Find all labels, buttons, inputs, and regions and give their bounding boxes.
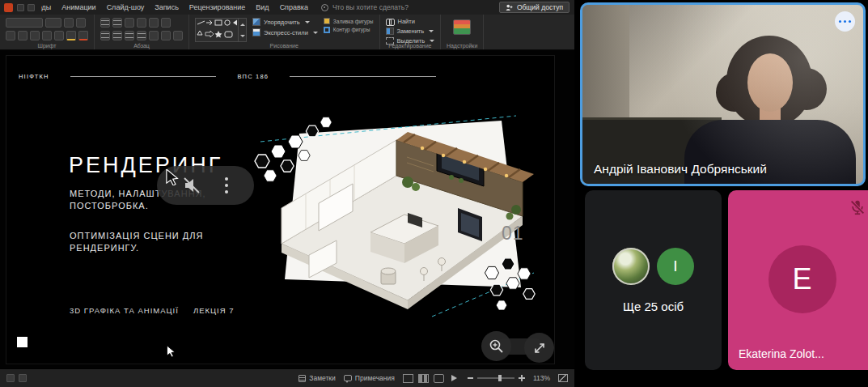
zoom-in-button[interactable] — [519, 375, 525, 381]
slide-canvas[interactable]: НІІФТКН ВПС 186 РЕНДЕРИНГ МЕТОДИ, НАЛАШТ… — [6, 55, 555, 364]
participant-tile[interactable]: E Ekaterina Zolot... — [728, 190, 868, 370]
kebab-dot — [839, 20, 842, 23]
render-illustration — [249, 113, 540, 323]
footer-course: 3D ГРАФІКА ТА АНІМАЦІЇ — [70, 306, 179, 315]
bullets-icon[interactable] — [100, 18, 110, 28]
spellcheck-status-icon — [19, 374, 27, 382]
ribbon-group-font: Шрифт — [0, 15, 95, 49]
overflow-avatars: I — [612, 248, 694, 285]
magnifier-plus-icon — [489, 338, 505, 355]
indent-increase-icon[interactable] — [137, 18, 146, 28]
chevron-down-icon — [430, 40, 434, 42]
tab-view[interactable]: Вид — [256, 3, 269, 11]
header-rule — [70, 76, 217, 77]
zoom-out-button[interactable] — [468, 377, 473, 379]
highlight-color-icon[interactable] — [66, 31, 76, 40]
expand-overlay-button[interactable] — [524, 333, 554, 363]
align-right-icon[interactable] — [125, 31, 134, 40]
font-name-box[interactable] — [6, 18, 43, 28]
kebab-vertical-icon[interactable] — [224, 176, 229, 194]
reading-view-button[interactable] — [434, 374, 444, 383]
titlebar: Переходы Анимации Слайд-шоу Запись Рецен… — [0, 0, 574, 15]
columns-icon[interactable] — [149, 31, 159, 40]
replace-icon — [386, 28, 394, 35]
zoom-level[interactable]: 113% — [533, 374, 550, 382]
shape-outline-button[interactable]: Контур фигуры — [324, 27, 374, 33]
bold-icon[interactable] — [6, 31, 15, 40]
tab-review[interactable]: Рецензирование — [189, 3, 246, 11]
ribbon-group-paragraph: Абзац — [95, 15, 189, 49]
shrink-font-icon[interactable] — [76, 18, 86, 28]
italic-icon[interactable] — [18, 31, 28, 40]
webcam-background — [582, 5, 629, 184]
quick-styles-button[interactable]: Экспресс-стили — [252, 28, 318, 36]
notes-icon — [299, 375, 306, 382]
ribbon-tabs: Переходы Анимации Слайд-шоу Запись Рецен… — [41, 3, 308, 11]
zoom-slider[interactable] — [477, 377, 514, 379]
gallery-scroll-down-icon[interactable] — [240, 35, 245, 37]
font-size-box[interactable] — [45, 18, 61, 28]
addins-button[interactable] — [453, 19, 471, 35]
shape-fill-button[interactable]: Заливка фигуры — [324, 18, 374, 24]
share-label: Общий доступ — [517, 3, 563, 11]
expand-icon — [531, 340, 548, 356]
undo-icon[interactable] — [28, 4, 35, 11]
arrange-button[interactable]: Упорядочить — [252, 18, 318, 26]
overflow-count-label: Ще 25 осіб — [623, 300, 684, 313]
speaker-muted-icon — [182, 176, 201, 195]
tell-me-search[interactable]: Что вы хотите сделать? — [321, 3, 409, 11]
shapes-gallery[interactable] — [195, 18, 247, 42]
ribbon-group-addins: Надстройки — [441, 15, 484, 49]
gallery-scroll-up-icon[interactable] — [240, 23, 245, 26]
more-options-button[interactable] — [835, 11, 855, 32]
fit-slide-button[interactable] — [558, 374, 568, 382]
tab-slideshow[interactable]: Слайд-шоу — [107, 3, 145, 11]
indent-decrease-icon[interactable] — [125, 18, 134, 28]
text-direction-icon[interactable] — [161, 18, 171, 28]
participant-photo-avatar — [612, 248, 650, 285]
save-icon[interactable] — [17, 4, 24, 11]
shapes-icons — [196, 19, 238, 41]
share-button[interactable]: Общий доступ — [499, 2, 569, 13]
webcam-person — [726, 36, 812, 126]
webcam-person — [786, 68, 827, 110]
find-button[interactable]: Найти — [386, 18, 435, 25]
tab-help[interactable]: Справка — [280, 3, 308, 11]
text-shadow-icon[interactable] — [42, 31, 52, 40]
align-left-icon[interactable] — [100, 31, 110, 40]
kebab-dot — [844, 20, 847, 23]
speaker-tile[interactable]: Андрій Іванович Добрянський — [580, 2, 866, 186]
search-icon — [321, 4, 328, 11]
chevron-down-icon — [313, 32, 318, 34]
replace-button[interactable]: Заменить — [386, 28, 435, 35]
strikethrough-icon[interactable] — [54, 31, 64, 40]
zoom-in-overlay-button[interactable] — [481, 331, 511, 361]
chevron-down-icon — [305, 21, 310, 23]
tab-record[interactable]: Запись — [155, 3, 179, 11]
webcam-person — [760, 104, 781, 121]
align-center-icon[interactable] — [112, 31, 122, 40]
font-group-label: Шрифт — [0, 43, 94, 49]
chevron-down-icon — [429, 30, 434, 32]
convert-smartart-icon[interactable] — [173, 31, 183, 40]
numbering-icon[interactable] — [112, 18, 122, 28]
speaker-name-label: Андрій Іванович Добрянський — [594, 162, 767, 176]
grow-font-icon[interactable] — [64, 18, 74, 28]
align-text-icon[interactable] — [161, 31, 171, 40]
tab-transitions[interactable]: Переходы — [41, 3, 51, 11]
font-color-icon[interactable] — [78, 31, 88, 40]
slideshow-button[interactable] — [449, 374, 459, 383]
webcam-person — [747, 53, 793, 112]
gallery-scrollbar[interactable] — [238, 19, 246, 41]
underline-icon[interactable] — [30, 31, 40, 40]
comments-button[interactable]: Примечания — [344, 374, 395, 382]
line-spacing-icon[interactable] — [149, 18, 159, 28]
slide-sorter-button[interactable] — [418, 374, 429, 383]
zoom-slider-thumb[interactable] — [498, 375, 502, 381]
overflow-participants-tile[interactable]: I Ще 25 осіб — [585, 190, 722, 370]
slide-footer: 3D ГРАФІКА ТА АНІМАЦІЇ ЛЕКЦІЯ 7 — [70, 306, 234, 315]
notes-button[interactable]: Заметки — [299, 374, 336, 382]
justify-icon[interactable] — [137, 31, 146, 40]
normal-view-button[interactable] — [403, 374, 413, 383]
tab-animations[interactable]: Анимации — [61, 3, 95, 11]
